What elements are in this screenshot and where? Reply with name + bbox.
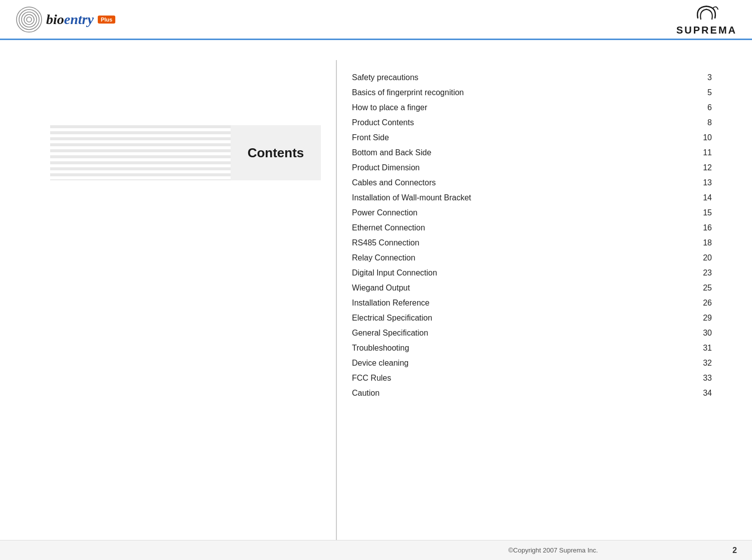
- toc-title: Device cleaning: [352, 359, 692, 368]
- toc-page-number: 31: [692, 344, 712, 353]
- toc-title: Wiegand Output: [352, 284, 692, 293]
- toc-page-number: 15: [692, 208, 712, 217]
- toc-page-number: 32: [692, 359, 712, 368]
- toc-title: Digital Input Connection: [352, 268, 692, 277]
- svg-point-0: [17, 7, 42, 32]
- toc-row: Wiegand Output25: [352, 281, 712, 296]
- toc-row: General Specification30: [352, 326, 712, 341]
- toc-title: Power Connection: [352, 208, 692, 217]
- toc-page-number: 18: [692, 238, 712, 247]
- suprema-icon: [691, 3, 721, 25]
- toc-title: Product Contents: [352, 118, 692, 127]
- toc-page-number: 16: [692, 223, 712, 232]
- toc-title: Safety precautions: [352, 73, 692, 82]
- toc-page-number: 29: [692, 314, 712, 323]
- toc-title: Product Dimension: [352, 163, 692, 172]
- toc-row: Relay Connection20: [352, 250, 712, 265]
- toc-title: Caution: [352, 389, 692, 398]
- toc-row: Front Side10: [352, 130, 712, 145]
- toc-row: Electrical Specification29: [352, 311, 712, 326]
- page-number: 2: [732, 546, 737, 555]
- toc-title: FCC Rules: [352, 374, 692, 383]
- toc-row: Bottom and Back Side11: [352, 145, 712, 160]
- toc-row: Troubleshooting31: [352, 341, 712, 356]
- toc-page-number: 10: [692, 133, 712, 142]
- toc-title: Relay Connection: [352, 253, 692, 262]
- toc-row: How to place a finger6: [352, 100, 712, 115]
- toc-title: Ethernet Connection: [352, 223, 692, 232]
- toc-page-number: 6: [692, 103, 712, 112]
- contents-label: Contents: [231, 125, 321, 180]
- toc-row: Ethernet Connection16: [352, 220, 712, 235]
- left-side: Contents: [0, 60, 321, 540]
- toc-page-number: 14: [692, 193, 712, 202]
- svg-point-1: [19, 10, 39, 30]
- toc-title: Electrical Specification: [352, 314, 692, 323]
- toc-page-number: 13: [692, 178, 712, 187]
- svg-point-3: [24, 15, 34, 25]
- contents-banner: Contents: [50, 125, 321, 180]
- toc-row: Device cleaning32: [352, 356, 712, 371]
- toc-row: Installation of Wall-mount Bracket14: [352, 190, 712, 205]
- toc-row: Power Connection15: [352, 205, 712, 220]
- toc-page-number: 5: [692, 88, 712, 97]
- section-divider: [336, 60, 337, 540]
- toc-title: General Specification: [352, 329, 692, 338]
- svg-point-4: [27, 17, 32, 22]
- toc-page-number: 26: [692, 299, 712, 308]
- toc-row: Basics of fingerprint recognition5: [352, 85, 712, 100]
- stripe-pattern: [50, 125, 231, 180]
- toc-title: How to place a finger: [352, 103, 692, 112]
- toc-row: Safety precautions3: [352, 70, 712, 85]
- toc-row: Product Contents8: [352, 115, 712, 130]
- toc-page-number: 8: [692, 118, 712, 127]
- toc-title: Installation of Wall-mount Bracket: [352, 193, 692, 202]
- fingerprint-icon: [15, 6, 43, 34]
- toc-page-number: 12: [692, 163, 712, 172]
- toc-row: Product Dimension12: [352, 160, 712, 175]
- toc-page-number: 34: [692, 389, 712, 398]
- toc-area: Safety precautions3Basics of fingerprint…: [352, 60, 752, 540]
- toc-title: Troubleshooting: [352, 344, 692, 353]
- suprema-brand: SUPREMA: [676, 25, 737, 36]
- plus-badge: Plus: [98, 16, 115, 24]
- toc-page-number: 3: [692, 73, 712, 82]
- logo-left: bioentry Plus: [15, 6, 115, 34]
- toc-row: RS485 Connection18: [352, 235, 712, 250]
- main-content: Contents Safety precautions3Basics of fi…: [0, 40, 752, 540]
- toc-row: Caution34: [352, 386, 712, 401]
- toc-title: Basics of fingerprint recognition: [352, 88, 692, 97]
- toc-row: Cables and Connectors13: [352, 175, 712, 190]
- toc-page-number: 20: [692, 253, 712, 262]
- toc-title: RS485 Connection: [352, 238, 692, 247]
- header: bioentry Plus SUPREMA: [0, 0, 752, 40]
- bioentry-brand: bioentry: [46, 12, 94, 28]
- copyright-text: ©Copyright 2007 Suprema Inc.: [374, 546, 733, 554]
- toc-page-number: 23: [692, 268, 712, 277]
- toc-row: FCC Rules33: [352, 371, 712, 386]
- toc-page-number: 25: [692, 284, 712, 293]
- toc-title: Front Side: [352, 133, 692, 142]
- toc-page-number: 30: [692, 329, 712, 338]
- toc-title: Bottom and Back Side: [352, 148, 692, 157]
- suprema-logo: SUPREMA: [676, 3, 737, 36]
- toc-row: Installation Reference26: [352, 296, 712, 311]
- toc-title: Cables and Connectors: [352, 178, 692, 187]
- toc-page-number: 33: [692, 374, 712, 383]
- toc-title: Installation Reference: [352, 299, 692, 308]
- toc-row: Digital Input Connection23: [352, 265, 712, 281]
- toc-page-number: 11: [692, 148, 712, 157]
- footer: ©Copyright 2007 Suprema Inc. 2: [0, 540, 752, 560]
